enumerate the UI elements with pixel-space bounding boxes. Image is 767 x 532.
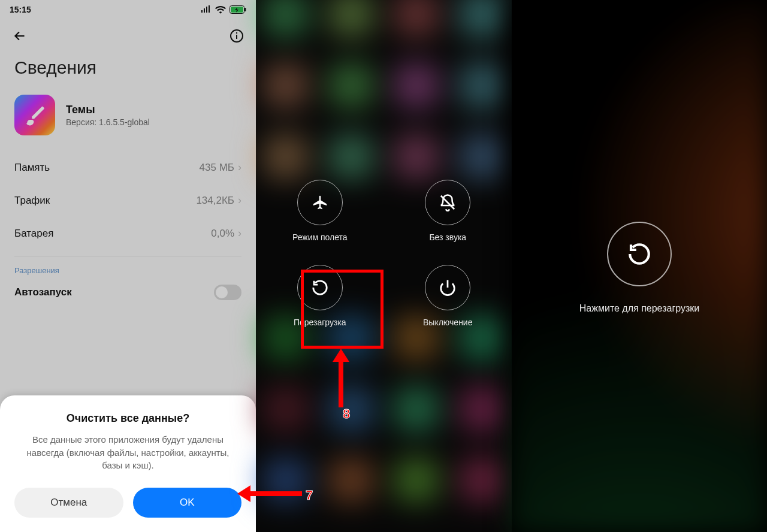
app-info-screen: 15:15 Сведения Темы Версия: 1.6.5.5-glob… xyxy=(0,0,256,532)
signal-icon xyxy=(201,5,212,14)
silent-mode-label: Без звука xyxy=(429,232,466,242)
status-time: 15:15 xyxy=(10,5,31,14)
reboot-icon xyxy=(627,241,652,267)
bell-off-icon xyxy=(439,194,457,211)
annotation-highlight-8 xyxy=(301,270,384,349)
annotation-arrow-7 xyxy=(237,485,302,502)
row-memory[interactable]: Память 435 МБ› xyxy=(0,151,256,184)
autostart-label: Автозапуск xyxy=(14,286,72,298)
reboot-confirm-screen: Нажмите для перезагрузки xyxy=(512,0,767,532)
row-traffic-value: 134,2КБ xyxy=(196,195,234,207)
info-button[interactable] xyxy=(230,29,244,43)
cancel-button[interactable]: Отмена xyxy=(14,488,123,518)
chevron-right-icon: › xyxy=(238,161,241,174)
row-memory-label: Память xyxy=(14,162,50,174)
power-icon xyxy=(439,279,457,297)
row-traffic-label: Трафик xyxy=(14,195,50,207)
battery-charging-icon xyxy=(230,5,246,14)
app-version: Версия: 1.6.5.5-global xyxy=(66,117,150,127)
annotation-step-7: 7 xyxy=(306,488,313,503)
wifi-icon xyxy=(215,5,226,14)
page-title: Сведения xyxy=(0,53,256,95)
status-bar: 15:15 xyxy=(0,0,256,19)
dialog-body: Все данные этого приложения будут удален… xyxy=(18,433,238,472)
divider xyxy=(14,256,241,256)
airplane-mode-label: Режим полета xyxy=(292,232,348,242)
row-battery[interactable]: Батарея 0,0%› xyxy=(0,217,256,250)
top-bar xyxy=(0,19,256,53)
chevron-right-icon: › xyxy=(238,227,241,240)
silent-mode-button[interactable]: Без звука xyxy=(425,180,470,242)
row-traffic[interactable]: Трафик 134,2КБ› xyxy=(0,184,256,217)
chevron-right-icon: › xyxy=(238,194,241,207)
row-battery-value: 0,0% xyxy=(211,228,234,240)
row-battery-label: Батарея xyxy=(14,228,53,240)
power-off-label: Выключение xyxy=(423,318,472,327)
svg-point-5 xyxy=(236,32,237,34)
back-button[interactable] xyxy=(12,28,28,44)
app-name: Темы xyxy=(66,104,150,116)
status-icons xyxy=(201,5,246,14)
app-icon xyxy=(14,95,55,135)
power-menu-screen: Режим полета Без звука Перезагрузка Выкл… xyxy=(256,0,512,532)
reboot-confirm-button[interactable] xyxy=(607,222,672,286)
annotation-arrow-8 xyxy=(333,349,349,407)
airplane-icon xyxy=(311,194,329,211)
clear-data-dialog: Очистить все данные? Все данные этого пр… xyxy=(0,395,256,532)
power-off-button[interactable]: Выключение xyxy=(423,265,472,327)
app-header: Темы Версия: 1.6.5.5-global xyxy=(0,95,256,151)
permissions-section-label: Разрешения xyxy=(0,266,256,279)
airplane-mode-button[interactable]: Режим полета xyxy=(292,180,348,242)
brush-icon xyxy=(23,104,46,126)
dialog-title: Очистить все данные? xyxy=(14,412,241,425)
annotation-step-8: 8 xyxy=(343,406,350,422)
row-memory-value: 435 МБ xyxy=(200,162,234,174)
autostart-toggle[interactable] xyxy=(214,285,241,300)
ok-button[interactable]: OK xyxy=(133,488,242,518)
reboot-hint: Нажмите для перезагрузки xyxy=(579,303,699,314)
power-menu: Режим полета Без звука Перезагрузка Выкл… xyxy=(256,180,512,327)
row-autostart[interactable]: Автозапуск xyxy=(0,279,256,300)
